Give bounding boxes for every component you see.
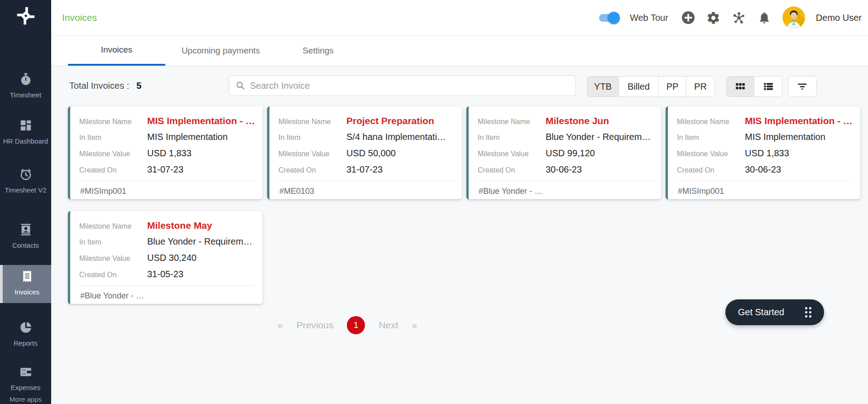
logo-icon: [15, 5, 36, 26]
filter-pr[interactable]: PR: [686, 77, 715, 96]
avatar[interactable]: [782, 6, 805, 29]
app-logo[interactable]: [0, 5, 51, 26]
last-page-chevron[interactable]: »: [412, 320, 417, 331]
sidebar-item-timesheet[interactable]: Timesheet: [0, 69, 51, 104]
topbar-actions: Web Tour: [599, 6, 862, 29]
invoice-id: #MISImp001: [677, 181, 852, 202]
invoice-id: #MISImp001: [79, 181, 254, 202]
search-input[interactable]: [250, 81, 569, 91]
previous-page-link[interactable]: Previous: [297, 320, 334, 331]
field-label: Milestone Value: [478, 150, 546, 158]
filter-funnel-button[interactable]: [788, 76, 817, 97]
in-item: Blue Yonder - Requirem…: [546, 132, 651, 142]
plus-circle-icon: [681, 10, 695, 25]
invoice-id: #Blue Yonder - …: [79, 285, 254, 307]
field-label: In Item: [278, 134, 346, 142]
sidebar-item-hr-dashboard[interactable]: HR Dashboard: [0, 115, 51, 150]
field-label: Created On: [478, 166, 546, 174]
sidebar-item-label: Invoices: [14, 287, 39, 297]
milestone-value: USD 1,833: [745, 148, 789, 159]
filter-ytb[interactable]: YTB: [587, 77, 619, 96]
sidebar-item-label: Reports: [14, 338, 38, 348]
field-label: Milestone Value: [278, 150, 346, 158]
pagination: « Previous 1 Next »: [278, 316, 417, 334]
tab-invoices[interactable]: Invoices: [68, 36, 165, 66]
invoice-card-grid: Milestone NameMIS Implementation - … In …: [68, 106, 865, 304]
in-item: MIS Implementation: [745, 132, 825, 142]
invoice-card[interactable]: Milestone NameProject Preparation In Ite…: [267, 106, 462, 199]
tab-label: Settings: [302, 46, 334, 56]
total-invoices: Total Invoices : 5: [69, 81, 141, 91]
milestone-name: Milestone Jun: [546, 115, 609, 126]
invoice-card[interactable]: Milestone NameMilestone May In ItemBlue …: [68, 211, 263, 304]
search-icon: [235, 81, 245, 91]
sidebar-item-label: Contacts: [12, 240, 39, 250]
add-button[interactable]: [681, 10, 695, 25]
in-item: Blue Yonder - Requirem…: [147, 236, 252, 247]
integrations-button[interactable]: [732, 10, 746, 25]
filter-billed[interactable]: Billed: [619, 77, 659, 96]
sidebar-item-invoices[interactable]: Invoices: [0, 265, 51, 303]
search-box[interactable]: [229, 75, 576, 96]
get-started-button[interactable]: Get Started: [725, 299, 824, 325]
field-label: In Item: [79, 238, 147, 246]
created-on: 31-07-23: [147, 164, 183, 175]
field-label: Milestone Name: [478, 118, 546, 126]
content-area: Total Invoices : 5 YTB Billed PP PR: [51, 66, 868, 404]
stopwatch-icon: [19, 72, 33, 86]
avatar-image: [782, 6, 805, 29]
receipt-icon: [20, 269, 34, 283]
invoice-card[interactable]: Milestone NameMIS Implementation - … In …: [68, 106, 263, 199]
field-label: In Item: [79, 134, 147, 142]
field-label: Milestone Value: [677, 150, 745, 158]
tab-upcoming-payments[interactable]: Upcoming payments: [165, 36, 276, 66]
sidebar-item-label: Expenses: [11, 383, 41, 393]
sidebar-item-contacts[interactable]: Contacts: [0, 219, 51, 254]
sidebar-item-label: Timesheet V2: [5, 185, 47, 195]
field-label: Milestone Name: [677, 118, 745, 126]
milestone-value: USD 30,240: [147, 253, 197, 263]
in-item: S/4 hana Implementati…: [346, 132, 446, 142]
current-page-badge[interactable]: 1: [347, 316, 365, 334]
filter-pp[interactable]: PP: [659, 77, 686, 96]
tab-settings[interactable]: Settings: [276, 36, 360, 66]
invoice-card[interactable]: Milestone NameMIS Implementation - … In …: [666, 106, 860, 199]
list-view-button[interactable]: [754, 77, 782, 96]
sidebar-item-label: Timesheet: [10, 90, 41, 100]
created-on: 30-06-23: [546, 164, 582, 175]
sidebar-item-reports[interactable]: Reports: [0, 317, 51, 352]
field-label: In Item: [677, 134, 745, 142]
web-tour-label: Web Tour: [630, 13, 668, 23]
created-on: 31-05-23: [147, 269, 183, 279]
list-view-icon: [762, 81, 774, 92]
user-name[interactable]: Demo User: [816, 13, 862, 23]
view-mode-segmented-control: [726, 76, 782, 97]
web-tour-toggle[interactable]: [599, 14, 618, 22]
total-invoices-count: 5: [136, 81, 141, 91]
dots-grid-icon: [805, 307, 811, 317]
page-title: Invoices: [62, 12, 97, 23]
sidebar-item-label: HR Dashboard: [3, 136, 48, 146]
sidebar-item-expenses[interactable]: Expenses: [0, 361, 51, 396]
sidebar-item-timesheet-v2[interactable]: Timesheet V2: [0, 164, 51, 199]
tabstrip: Invoices Upcoming payments Settings: [51, 36, 868, 66]
milestone-value: USD 1,833: [147, 148, 192, 159]
dashboard-icon: [19, 119, 33, 132]
topbar: Invoices Web Tour: [51, 0, 868, 36]
invoice-card[interactable]: Milestone NameMilestone Jun In ItemBlue …: [466, 106, 661, 199]
in-item: MIS Implementation: [147, 132, 228, 142]
field-label: Milestone Value: [79, 255, 147, 263]
notifications-button[interactable]: [757, 10, 772, 25]
settings-button[interactable]: [706, 10, 721, 25]
sidebar-more-apps[interactable]: More apps: [0, 395, 51, 403]
alarm-clock-icon: [19, 168, 33, 181]
created-on: 31-07-23: [346, 164, 383, 175]
toggle-knob[interactable]: [608, 12, 620, 24]
bell-icon: [758, 11, 771, 24]
invoice-id: #ME0103: [278, 181, 454, 202]
field-label: Milestone Name: [79, 118, 147, 126]
field-label: In Item: [478, 134, 546, 142]
grid-view-button[interactable]: [727, 77, 754, 96]
first-page-chevron[interactable]: «: [278, 320, 283, 331]
next-page-link[interactable]: Next: [379, 320, 398, 331]
